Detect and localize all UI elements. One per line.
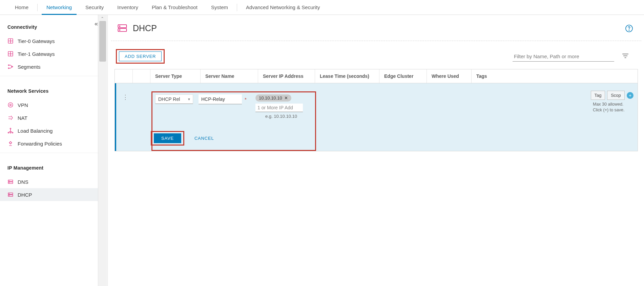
scroll-up-icon[interactable]: ⌃: [101, 16, 104, 21]
row-actions-icon[interactable]: ⋮: [122, 93, 128, 151]
table-header-row: Server Type Server Name Server IP Addres…: [115, 69, 638, 83]
sidebar-item-label: Load Balancing: [18, 128, 53, 134]
sidebar-item-tier0-gateways[interactable]: Tier-0 Gateways: [0, 35, 98, 47]
chevron-down-icon: ▾: [188, 97, 190, 102]
svg-point-3: [8, 68, 9, 69]
filter-input[interactable]: [513, 51, 614, 62]
sidebar-item-label: Segments: [18, 64, 41, 70]
server-name-input[interactable]: [199, 94, 242, 104]
nav-plan-troubleshoot[interactable]: Plan & Troubleshoot: [145, 0, 204, 15]
svg-rect-11: [8, 180, 13, 182]
ip-address-input[interactable]: [255, 104, 303, 112]
col-lease-time[interactable]: Lease Time (seconds): [315, 69, 379, 83]
sidebar-item-label: DNS: [18, 179, 28, 185]
svg-point-17: [9, 194, 9, 194]
svg-point-8: [8, 132, 9, 133]
dhcp-icon: [7, 192, 14, 198]
sidebar: Connectivity Tier-0 Gateways Tier-1 Gate…: [0, 15, 98, 286]
sidebar-item-vpn[interactable]: VPN: [0, 98, 98, 111]
save-highlight: SAVE: [151, 131, 184, 146]
svg-point-10: [10, 132, 11, 133]
vpn-icon: [7, 102, 14, 108]
forwarding-icon: [7, 140, 14, 147]
scope-input[interactable]: Scop: [607, 91, 625, 100]
sidebar-item-label: Tier-0 Gateways: [18, 38, 55, 44]
sidebar-item-label: Tier-1 Gateways: [18, 51, 55, 57]
nav-inventory[interactable]: Inventory: [110, 0, 145, 15]
ip-chip-text: 10.10.10.10: [259, 95, 282, 101]
sidebar-item-dhcp[interactable]: DHCP: [0, 188, 98, 201]
nav-security[interactable]: Security: [79, 0, 110, 15]
top-navigation: Home Networking Security Inventory Plan …: [0, 0, 644, 15]
tier0-icon: [7, 38, 14, 44]
dhcp-table: Server Type Server Name Server IP Addres…: [115, 69, 638, 151]
filter-icon[interactable]: [622, 52, 629, 61]
sidebar-item-tier1-gateways[interactable]: Tier-1 Gateways: [0, 47, 98, 60]
section-title-connectivity: Connectivity: [0, 15, 98, 35]
nat-icon: [7, 115, 14, 121]
sidebar-item-segments[interactable]: Segments: [0, 60, 98, 73]
sidebar-item-label: DHCP: [18, 192, 32, 198]
tier1-icon: [7, 51, 14, 57]
sidebar-item-dns[interactable]: DNS: [0, 175, 98, 188]
svg-rect-12: [8, 182, 13, 184]
col-server-name[interactable]: Server Name: [200, 69, 258, 83]
sidebar-collapse-icon[interactable]: «: [95, 20, 98, 27]
svg-point-14: [9, 183, 9, 183]
chip-remove-icon[interactable]: ✕: [284, 95, 288, 101]
nav-networking[interactable]: Networking: [40, 0, 79, 15]
svg-point-13: [9, 181, 9, 181]
nav-home[interactable]: Home: [8, 0, 35, 15]
col-actions: [115, 69, 132, 83]
col-expand: [132, 69, 150, 83]
add-server-button[interactable]: ADD SERVER: [119, 51, 162, 61]
save-button[interactable]: SAVE: [154, 133, 181, 143]
nav-system[interactable]: System: [204, 0, 235, 15]
sidebar-container: « Connectivity Tier-0 Gateways Tier-1 Ga…: [0, 15, 108, 286]
help-icon[interactable]: [625, 24, 633, 34]
add-tag-icon[interactable]: +: [627, 92, 633, 99]
sidebar-item-load-balancing[interactable]: Load Balancing: [0, 124, 98, 137]
sidebar-item-label: Forwarding Policies: [18, 141, 62, 147]
sidebar-item-nat[interactable]: NAT: [0, 111, 98, 124]
col-edge-cluster[interactable]: Edge Cluster: [379, 69, 427, 83]
nav-divider: [237, 4, 237, 11]
table-row-editing: ⋮ DHCP Rel ▾ *: [115, 83, 638, 151]
svg-point-9: [12, 132, 13, 133]
server-type-select[interactable]: DHCP Rel ▾: [155, 94, 193, 104]
ip-address-chip[interactable]: 10.10.10.10 ✕: [255, 94, 291, 102]
nav-advanced-networking-security[interactable]: Advanced Networking & Security: [239, 0, 327, 15]
load-balancing-icon: [7, 128, 14, 134]
svg-point-5: [8, 103, 13, 107]
section-title-network-services: Network Services: [0, 79, 98, 98]
segments-icon: [7, 64, 14, 70]
sidebar-item-label: NAT: [18, 115, 27, 121]
section-title-ip-management: IP Management: [0, 156, 98, 175]
svg-point-6: [10, 104, 12, 106]
scroll-thumb[interactable]: [99, 21, 106, 62]
col-server-ip[interactable]: Server IP Address: [258, 69, 315, 83]
cancel-button[interactable]: CANCEL: [194, 136, 214, 141]
svg-point-7: [10, 128, 11, 129]
page-title: DHCP: [133, 23, 157, 33]
col-server-type[interactable]: Server Type: [150, 69, 200, 83]
tag-input[interactable]: Tag: [591, 91, 605, 100]
add-server-highlight: ADD SERVER: [116, 49, 165, 64]
page-header: DHCP: [111, 23, 641, 41]
required-indicator: *: [245, 96, 247, 102]
svg-point-21: [120, 26, 120, 26]
sidebar-scrollbar[interactable]: ⌃: [98, 15, 107, 286]
col-tags[interactable]: Tags: [471, 69, 638, 83]
sidebar-item-forwarding-policies[interactable]: Forwarding Policies: [0, 137, 98, 150]
svg-point-22: [120, 30, 120, 30]
svg-rect-15: [8, 193, 13, 195]
svg-point-2: [8, 65, 9, 66]
tags-cell: Tag Scop +: [591, 91, 633, 100]
row-action-buttons: SAVE CANCEL: [151, 131, 214, 146]
svg-point-24: [629, 30, 629, 30]
server-type-value: DHCP Rel: [158, 96, 180, 102]
col-where-used[interactable]: Where Used: [427, 69, 471, 83]
sidebar-separator: [0, 76, 98, 76]
sidebar-item-label: VPN: [18, 102, 28, 108]
main-content: DHCP ADD SERVER: [108, 15, 644, 286]
